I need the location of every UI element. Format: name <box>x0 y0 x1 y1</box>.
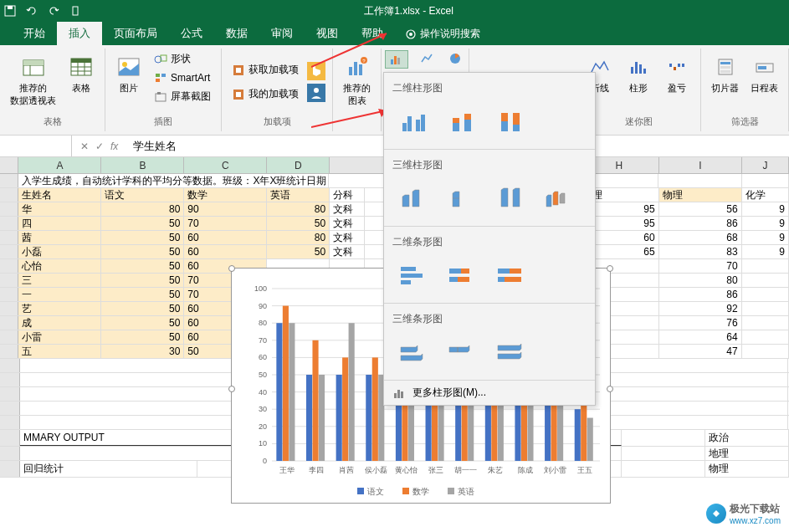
svg-rect-156 <box>357 488 364 494</box>
percent-stacked-bar-2d[interactable] <box>488 256 535 294</box>
screenshot-button[interactable]: 屏幕截图 <box>151 88 214 105</box>
column-3d[interactable] <box>536 179 583 217</box>
table-button[interactable]: 表格 <box>64 50 98 114</box>
svg-text:陈成: 陈成 <box>518 466 533 474</box>
svg-rect-114 <box>289 323 295 461</box>
confirm-icon[interactable]: ✓ <box>95 141 104 152</box>
svg-rect-66 <box>464 120 471 131</box>
svg-rect-80 <box>510 269 521 274</box>
svg-rect-25 <box>236 68 241 73</box>
svg-rect-152 <box>575 409 581 461</box>
pie-chart-dropdown[interactable] <box>447 50 465 69</box>
svg-text:黄心怡: 黄心怡 <box>395 466 418 474</box>
col-header-A[interactable]: A <box>18 157 101 173</box>
svg-rect-160 <box>448 488 454 494</box>
svg-rect-74 <box>401 280 411 284</box>
resize-handle[interactable] <box>607 386 613 392</box>
svg-rect-65 <box>453 118 459 123</box>
resize-handle[interactable] <box>228 265 235 272</box>
tab-formula[interactable]: 公式 <box>169 22 214 45</box>
svg-text:王五: 王五 <box>577 466 592 474</box>
svg-rect-50 <box>669 64 672 67</box>
svg-text:10: 10 <box>259 439 267 448</box>
clustered-bar-3d[interactable] <box>391 333 438 371</box>
tab-insert[interactable]: 插入 <box>57 22 102 45</box>
percent-stacked-bar-3d[interactable] <box>488 333 535 371</box>
svg-rect-23 <box>157 92 161 95</box>
tab-data[interactable]: 数据 <box>214 22 259 45</box>
svg-line-86 <box>311 33 387 67</box>
clustered-bar-2d[interactable] <box>391 256 438 294</box>
svg-rect-60 <box>402 123 407 131</box>
sparkline-winloss-button[interactable]: 盈亏 <box>660 50 694 114</box>
resize-handle[interactable] <box>607 265 613 272</box>
clustered-column-2d[interactable] <box>391 102 438 141</box>
svg-text:胡一一: 胡一一 <box>454 466 477 474</box>
people-icon[interactable] <box>307 84 325 102</box>
my-addins-button[interactable]: 我的加载项 <box>228 85 302 103</box>
name-box[interactable] <box>0 136 72 156</box>
col-header-B[interactable]: B <box>101 157 184 173</box>
select-all-corner[interactable] <box>0 157 18 173</box>
svg-rect-82 <box>505 277 521 282</box>
tab-home[interactable]: 开始 <box>12 22 57 45</box>
svg-rect-124 <box>366 375 371 461</box>
percent-stacked-column-3d[interactable] <box>488 179 535 217</box>
resize-handle[interactable] <box>228 386 235 392</box>
svg-rect-113 <box>283 306 289 461</box>
touch-icon[interactable] <box>69 4 82 18</box>
svg-rect-55 <box>720 62 730 64</box>
svg-rect-21 <box>156 79 160 82</box>
svg-rect-10 <box>71 59 91 63</box>
svg-text:张三: 张三 <box>428 466 443 474</box>
svg-rect-48 <box>639 64 642 74</box>
shapes-button[interactable]: 形状 <box>151 50 214 68</box>
svg-rect-75 <box>449 269 461 274</box>
svg-text:80: 80 <box>259 319 267 327</box>
save-icon[interactable] <box>3 4 17 18</box>
dd-header-3d-bar: 三维条形图 <box>384 309 595 330</box>
undo-icon[interactable] <box>25 4 38 18</box>
more-column-charts[interactable]: 更多柱形图(M)... <box>384 381 595 405</box>
svg-text:50: 50 <box>259 371 267 379</box>
svg-rect-61 <box>407 116 412 131</box>
svg-rect-49 <box>643 69 646 74</box>
smartart-button[interactable]: SmartArt <box>151 69 214 86</box>
clustered-column-3d[interactable] <box>391 179 438 217</box>
cancel-icon[interactable]: ✕ <box>80 141 89 152</box>
svg-rect-85 <box>401 391 403 398</box>
timeline-button[interactable]: 日程表 <box>747 50 781 114</box>
svg-text:肖茜: 肖茜 <box>339 466 354 474</box>
get-addins-button[interactable]: 获取加载项 <box>228 61 302 79</box>
col-header-D[interactable]: D <box>267 157 330 173</box>
svg-rect-112 <box>276 323 282 461</box>
svg-rect-117 <box>312 340 318 461</box>
sparkline-column-button[interactable]: 柱形 <box>622 50 655 114</box>
stacked-bar-2d[interactable] <box>439 256 486 294</box>
tab-review[interactable]: 审阅 <box>259 22 305 45</box>
stacked-column-2d[interactable] <box>439 102 486 141</box>
tab-layout[interactable]: 页面布局 <box>102 22 169 45</box>
percent-stacked-column-2d[interactable] <box>488 102 535 141</box>
pivot-table-button[interactable]: 推荐的 数据透视表 <box>7 50 59 114</box>
stacked-bar-3d[interactable] <box>439 333 486 371</box>
svg-rect-76 <box>461 269 469 274</box>
window-title: 工作簿1.xlsx - Excel <box>82 4 735 18</box>
col-header-C[interactable]: C <box>184 157 267 173</box>
svg-rect-116 <box>306 375 312 461</box>
svg-text:刘小雷: 刘小雷 <box>544 466 566 474</box>
svg-rect-19 <box>156 74 160 77</box>
svg-text:90: 90 <box>259 302 267 310</box>
slicer-button[interactable]: 切片器 <box>708 50 742 114</box>
tell-me-search[interactable]: 操作说明搜索 <box>395 23 490 45</box>
line-chart-dropdown[interactable] <box>418 50 437 69</box>
col-header-I[interactable]: I <box>659 157 742 173</box>
picture-button[interactable]: 图片 <box>112 50 146 114</box>
redo-icon[interactable] <box>47 4 60 18</box>
svg-rect-121 <box>342 357 348 461</box>
svg-rect-59 <box>758 66 766 69</box>
col-header-J[interactable]: J <box>742 157 789 173</box>
fx-icon[interactable]: fx <box>110 141 118 152</box>
svg-rect-27 <box>236 92 241 97</box>
stacked-column-3d[interactable] <box>439 179 486 217</box>
